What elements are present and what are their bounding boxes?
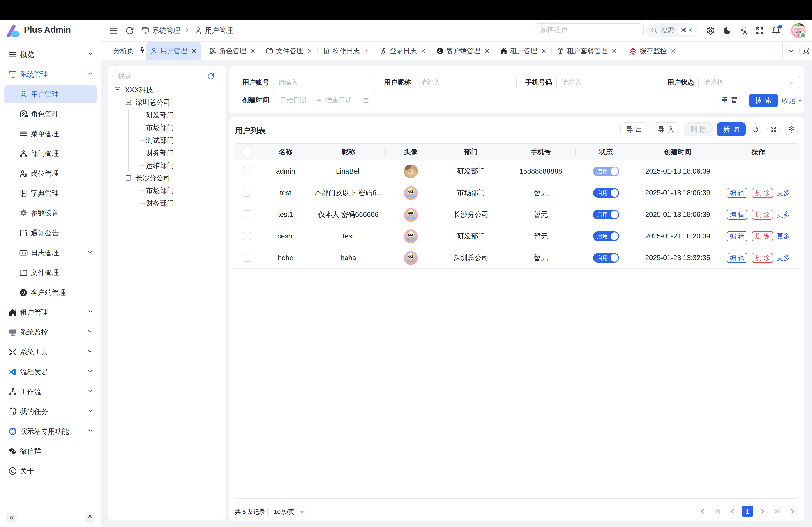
svg-text:redis: redis [631,53,635,55]
svg-text:DEV: DEV [21,252,26,255]
svg-text:文: 文 [740,26,745,32]
